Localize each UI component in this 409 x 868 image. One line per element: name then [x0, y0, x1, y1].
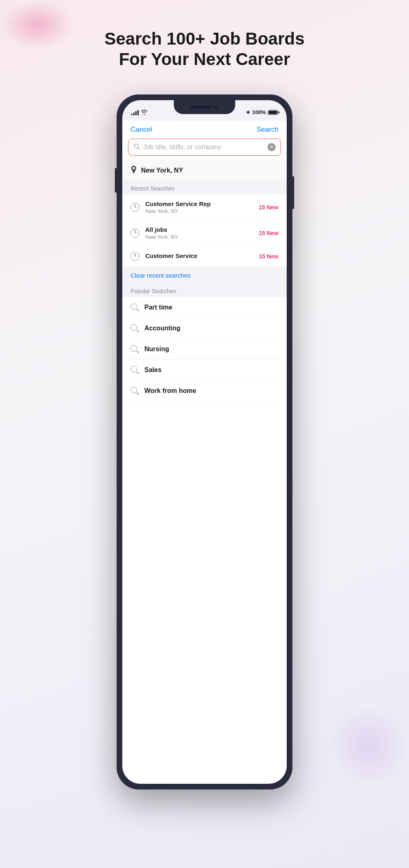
battery-percent: 100% [252, 109, 266, 115]
recent-search-item-3[interactable]: Customer Service 15 New [122, 246, 287, 267]
search-icon-4 [130, 366, 139, 374]
clear-searches-button[interactable]: Clear recent searches [130, 272, 191, 279]
svg-line-1 [138, 148, 139, 149]
cancel-button[interactable]: Cancel [130, 126, 152, 134]
popular-item-1-label: Part time [144, 304, 172, 311]
recent-item-2-badge: 15 New [259, 230, 279, 236]
popular-item-5[interactable]: Work from home [122, 381, 287, 401]
recent-item-1-badge: 15 New [259, 204, 279, 211]
recent-item-3-content: Customer Service [145, 252, 253, 260]
location-text: New York, NY [141, 167, 183, 174]
battery-icon [268, 110, 278, 115]
clear-row: Clear recent searches [122, 267, 287, 284]
popular-item-2[interactable]: Accounting [122, 318, 287, 339]
clock-icon-1 [130, 203, 139, 212]
clock-icon-3 [130, 252, 139, 261]
search-input-wrap[interactable]: Job title, skills, or company ✕ [128, 139, 281, 156]
search-icon-1 [130, 303, 139, 312]
popular-item-5-label: Work from home [144, 387, 196, 395]
recent-item-1-title: Customer Service Rep [145, 200, 253, 207]
recent-item-1-content: Customer Service Rep New York, NY [145, 200, 253, 214]
page-title: Search 100+ Job Boards For Your Next Car… [104, 29, 304, 70]
phone-notch [174, 100, 235, 114]
search-icon-3 [130, 345, 139, 353]
signal-bars [131, 110, 139, 115]
app-content: Cancel Search Job title, skills, or comp… [122, 121, 287, 784]
location-row[interactable]: New York, NY [122, 160, 287, 182]
decorative-blob-bottom [327, 704, 409, 786]
recent-search-item-2[interactable]: All jobs New York, NY 15 New [122, 220, 287, 246]
recent-search-item-1[interactable]: Customer Service Rep New York, NY 15 New [122, 195, 287, 220]
decorative-blob-top [0, 0, 74, 49]
recent-item-1-sub: New York, NY [145, 208, 253, 214]
search-icon [133, 143, 140, 151]
bluetooth-icon: ∗ [246, 109, 250, 115]
search-icon-5 [130, 387, 139, 395]
recent-item-2-title: All jobs [145, 226, 253, 233]
nav-bar: Cancel Search [122, 121, 287, 137]
phone-frame: ∗ 100% Cancel Search [117, 94, 292, 789]
status-left [131, 110, 148, 115]
popular-item-3-label: Nursing [144, 345, 169, 353]
notch-speaker [190, 106, 211, 108]
popular-searches-label: Popular Searches [130, 288, 176, 294]
recent-item-3-badge: 15 New [259, 253, 279, 260]
popular-item-4-label: Sales [144, 366, 162, 374]
wifi-icon [141, 110, 148, 115]
recent-item-3-title: Customer Service [145, 252, 253, 259]
popular-item-3[interactable]: Nursing [122, 339, 287, 360]
search-icon-2 [130, 324, 139, 332]
phone-screen: ∗ 100% Cancel Search [122, 100, 287, 784]
recent-searches-header: Recent Searches [122, 182, 287, 195]
search-input[interactable]: Job title, skills, or company [143, 144, 264, 151]
recent-item-2-content: All jobs New York, NY [145, 226, 253, 240]
svg-point-2 [133, 167, 135, 169]
popular-item-1[interactable]: Part time [122, 297, 287, 318]
status-right: ∗ 100% [246, 109, 278, 115]
popular-item-4[interactable]: Sales [122, 360, 287, 381]
popular-item-2-label: Accounting [144, 325, 180, 332]
clock-icon-2 [130, 229, 139, 238]
clear-input-button[interactable]: ✕ [267, 143, 276, 151]
search-button[interactable]: Search [256, 126, 279, 134]
popular-searches-header: Popular Searches [122, 284, 287, 297]
location-pin-icon [130, 166, 137, 175]
notch-camera [214, 105, 219, 110]
recent-searches-label: Recent Searches [130, 185, 174, 192]
recent-item-2-sub: New York, NY [145, 234, 253, 240]
